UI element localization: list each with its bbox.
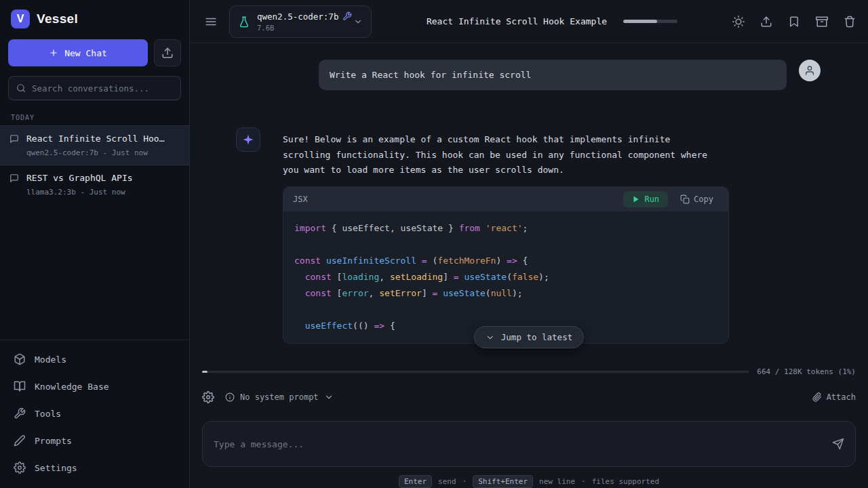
code-block-header: JSX Run Copy — [283, 187, 728, 211]
sparkle-icon — [242, 134, 254, 146]
pen-icon — [14, 434, 26, 447]
model-selector[interactable]: qwen2.5-coder:7b 7.6B — [229, 5, 372, 38]
archive-chat-button[interactable] — [816, 16, 828, 28]
gear-icon — [202, 391, 214, 403]
enter-action-label: send — [438, 477, 456, 486]
wrench-icon — [14, 407, 26, 420]
sidebar-toggle-button[interactable] — [205, 16, 217, 28]
shift-enter-action-label: new line — [539, 477, 575, 486]
chat-bubble-icon — [9, 134, 19, 144]
composer-controls: No system prompt Attach — [202, 391, 856, 403]
nav-label: Knowledge Base — [35, 382, 109, 392]
token-usage-bar — [202, 371, 749, 373]
user-avatar — [799, 60, 821, 81]
send-button[interactable] — [832, 438, 844, 450]
nav-label: Settings — [35, 463, 77, 473]
bookmark-chat-button[interactable] — [788, 16, 800, 28]
sidebar-bottom-nav: Models Knowledge Base Tools Prompts Sett… — [0, 340, 189, 488]
code-content: import { useEffect, useState } from 'rea… — [283, 211, 728, 343]
search-input[interactable] — [32, 83, 173, 94]
sidebar-item-prompts[interactable]: Prompts — [0, 427, 189, 454]
message-input-box — [202, 421, 856, 467]
assistant-message-text: Sure! Below is an example of a custom Re… — [283, 127, 722, 178]
sun-icon — [732, 16, 745, 28]
run-code-button[interactable]: Run — [623, 191, 668, 207]
sidebar-item-tools[interactable]: Tools — [0, 400, 189, 427]
run-label: Run — [644, 195, 659, 204]
new-chat-label: New Chat — [64, 48, 107, 58]
bookmark-icon — [788, 16, 800, 28]
token-usage-row: 664 / 128K tokens (1%) — [202, 367, 856, 376]
app-logo: V Vessel — [0, 0, 189, 35]
model-name: qwen2.5-coder:7b — [257, 12, 338, 22]
flask-icon — [238, 16, 250, 28]
chat-bubble-icon — [9, 174, 19, 183]
composer: 664 / 128K tokens (1%) No system prompt … — [190, 358, 868, 488]
theme-toggle-button[interactable] — [732, 16, 745, 28]
wrench-emoji-icon — [342, 12, 352, 21]
sidebar-item-knowledge-base[interactable]: Knowledge Base — [0, 373, 189, 400]
new-chat-button[interactable]: New Chat — [8, 39, 148, 66]
chat-scroll-area: Write a React hook for infinite scroll S… — [190, 43, 868, 358]
token-usage-fill — [202, 371, 208, 373]
chevron-down-icon — [486, 333, 495, 342]
conversation-meta: qwen2.5-coder:7b - Just now — [26, 148, 167, 157]
book-icon — [14, 380, 26, 392]
chevron-down-icon — [353, 17, 363, 26]
upload-icon — [161, 47, 174, 59]
top-bar: qwen2.5-coder:7b 7.6B React Infinite Scr… — [190, 0, 868, 43]
chevron-down-icon — [324, 392, 334, 402]
user-message-bubble: Write a React hook for infinite scroll — [319, 60, 787, 90]
code-language-label: JSX — [293, 195, 616, 204]
gear-icon — [14, 462, 26, 474]
context-meter-fill — [623, 20, 657, 23]
sidebar-item-settings[interactable]: Settings — [0, 454, 189, 481]
copy-code-button[interactable]: Copy — [675, 191, 719, 207]
attach-label: Attach — [827, 392, 856, 402]
hamburger-icon — [205, 16, 217, 28]
copy-icon — [680, 195, 690, 204]
conversation-search — [8, 76, 181, 100]
delete-chat-button[interactable] — [844, 16, 856, 28]
keyboard-hints: Enter send · Shift+Enter new line · file… — [202, 475, 856, 488]
conversation-meta: llama3.2:3b - Just now — [26, 188, 133, 197]
export-chats-button[interactable] — [154, 39, 181, 66]
assistant-avatar — [236, 127, 260, 152]
sidebar-item-models[interactable]: Models — [0, 346, 189, 373]
conversation-title: React Infinite Scroll Hook Example — [26, 134, 167, 144]
trash-icon — [844, 16, 856, 28]
jump-to-latest-label: Jump to latest — [501, 332, 572, 342]
message-input[interactable] — [214, 439, 824, 449]
shift-enter-key-badge: Shift+Enter — [473, 475, 533, 488]
main-panel: qwen2.5-coder:7b 7.6B React Infinite Scr… — [190, 0, 868, 488]
person-icon — [804, 65, 815, 76]
nav-label: Prompts — [35, 436, 72, 446]
separator: · — [581, 477, 586, 486]
app-name: Vessel — [37, 12, 78, 26]
context-meter — [623, 20, 677, 23]
assistant-message-row: Sure! Below is an example of a custom Re… — [236, 127, 821, 344]
attach-file-button[interactable]: Attach — [812, 392, 856, 402]
system-prompt-dropdown[interactable]: No system prompt — [225, 392, 334, 402]
cube-icon — [14, 353, 26, 365]
paperclip-icon — [812, 392, 822, 402]
info-icon — [225, 392, 235, 402]
token-usage-text: 664 / 128K tokens (1%) — [757, 367, 856, 376]
nav-label: Models — [35, 354, 66, 365]
play-icon — [632, 195, 640, 203]
separator: · — [462, 477, 467, 486]
enter-key-badge: Enter — [399, 475, 432, 488]
chat-settings-button[interactable] — [202, 391, 214, 403]
sidebar: V Vessel New Chat TODAY React Infinite S… — [0, 0, 190, 488]
share-icon — [760, 16, 772, 28]
conversation-title: REST vs GraphQL APIs — [26, 173, 133, 183]
conversation-item[interactable]: REST vs GraphQL APIs llama3.2:3b - Just … — [0, 165, 189, 204]
system-prompt-label: No system prompt — [240, 392, 319, 402]
model-size: 7.6B — [257, 24, 347, 32]
send-icon — [832, 438, 844, 450]
share-chat-button[interactable] — [760, 16, 772, 28]
copy-label: Copy — [694, 195, 713, 204]
conversation-list: React Infinite Scroll Hook Example qwen2… — [0, 125, 189, 204]
jump-to-latest-button[interactable]: Jump to latest — [474, 326, 584, 348]
conversation-item[interactable]: React Infinite Scroll Hook Example qwen2… — [0, 125, 189, 165]
